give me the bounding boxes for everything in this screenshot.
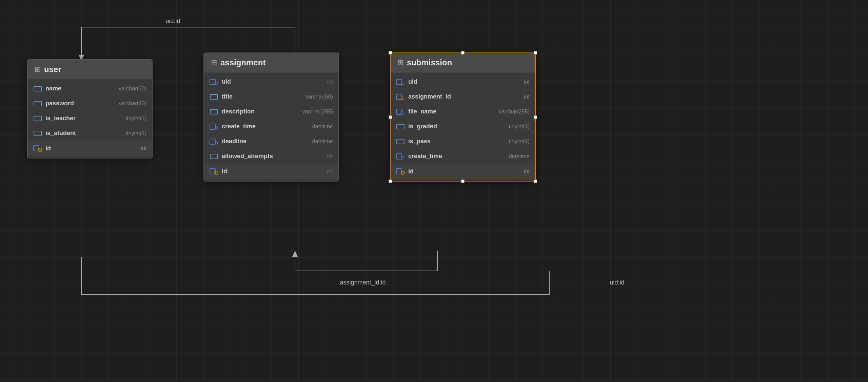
table-row-pk: id int <box>28 141 152 156</box>
selection-handle-bc[interactable] <box>461 179 465 183</box>
field-name-description: description <box>222 108 292 115</box>
field-icon-sub-createtime <box>396 153 405 160</box>
table-row: is_graded tinyint(1) <box>391 119 535 134</box>
field-type-description: varchar(255) <box>295 109 333 115</box>
table-assignment-icon: ⊞ <box>211 58 217 67</box>
svg-rect-19 <box>396 79 402 85</box>
field-type-isstudent: tinyint(1) <box>119 130 146 136</box>
field-type-sub-ispass: tinyint(1) <box>502 139 530 145</box>
field-name-sub-id: id <box>408 168 514 175</box>
svg-rect-27 <box>396 154 402 159</box>
field-name-name: name <box>45 85 108 92</box>
field-name-allowedattempts: allowed_attempts <box>222 153 317 160</box>
table-row: allowed_attempts int <box>204 149 338 164</box>
svg-rect-26 <box>397 139 404 144</box>
table-row: is_teacher tinyint(1) <box>28 111 152 126</box>
arrow-head-assignment <box>292 251 298 257</box>
svg-rect-1 <box>34 101 41 106</box>
field-name-password: password <box>45 100 108 107</box>
field-type-sub-filename: varchar(255) <box>492 109 530 115</box>
connector-uid-id-submission-user <box>81 257 549 295</box>
field-type-password: varchar(40) <box>112 101 146 107</box>
table-row: deadline datetime <box>204 134 338 149</box>
connector-label-uid-id-bottom: uid:id <box>610 279 624 286</box>
field-type-createtime: datetime <box>305 124 333 130</box>
svg-rect-11 <box>210 124 215 129</box>
field-icon-isstudent <box>33 130 42 137</box>
field-icon-uid <box>210 78 218 86</box>
field-type-allowedattempts: int <box>320 153 333 160</box>
field-type-sub-createtime: datetime <box>502 153 530 160</box>
svg-rect-23 <box>396 109 402 114</box>
selection-handle-bl[interactable] <box>389 179 392 183</box>
field-type-sub-id: int <box>517 168 530 174</box>
field-icon-sub-assignmentid <box>396 93 405 101</box>
table-submission-header: ⊞ submission <box>391 53 535 72</box>
table-submission-icon: ⊞ <box>397 58 403 67</box>
selection-handle-mr[interactable] <box>534 115 537 119</box>
table-row: is_student tinyint(1) <box>28 126 152 141</box>
connector-label-assignment-id: assignment_id:id <box>340 279 386 286</box>
table-user-name: user <box>44 65 61 74</box>
field-icon-assignment-id-pk <box>210 168 218 175</box>
field-type-uid: int <box>320 79 333 85</box>
field-icon-sub-uid <box>396 78 405 86</box>
field-type-sub-uid: int <box>517 79 530 85</box>
field-icon-sub-filename <box>396 108 405 115</box>
field-icon-createtime <box>210 123 218 130</box>
selection-handle-tc[interactable] <box>461 51 465 55</box>
field-type-sub-assignmentid: int <box>517 94 530 100</box>
table-user-header: ⊞ user <box>28 60 152 79</box>
field-icon-password <box>33 100 42 107</box>
selection-handle-tl[interactable] <box>389 51 392 55</box>
svg-rect-15 <box>210 154 218 159</box>
selection-handle-tr[interactable] <box>534 51 537 55</box>
field-type-isteacher: tinyint(1) <box>119 115 146 122</box>
field-name-deadline: deadline <box>222 138 302 145</box>
svg-rect-2 <box>34 116 41 121</box>
field-type-title: varchar(60) <box>298 94 333 100</box>
table-row: uid int <box>391 75 535 89</box>
svg-rect-3 <box>34 131 41 136</box>
field-name-isstudent: is_student <box>45 130 116 137</box>
table-row-pk: id int <box>391 164 535 179</box>
field-name-sub-filename: file_name <box>408 108 489 115</box>
table-row-pk: id int <box>204 164 338 179</box>
table-row: name varchar(30) <box>28 81 152 96</box>
field-icon-id-pk <box>33 145 42 152</box>
diagram-canvas: uid:id assignment_id:id uid:id ⊞ user na… <box>0 0 868 382</box>
field-name-sub-isgraded: is_graded <box>408 123 499 130</box>
field-name-title: title <box>222 93 295 100</box>
table-row: file_name varchar(255) <box>391 104 535 119</box>
table-submission-body: uid int assignment_id int <box>391 72 535 181</box>
field-icon-isteacher <box>33 115 42 122</box>
table-row: is_pass tinyint(1) <box>391 134 535 149</box>
selection-handle-br[interactable] <box>534 179 537 183</box>
table-row: create_time datetime <box>391 149 535 164</box>
field-icon-sub-id-pk <box>396 168 405 175</box>
field-type-user-id: int <box>134 145 146 151</box>
table-assignment[interactable]: ⊞ assignment uid int title varchar <box>203 52 339 182</box>
field-icon-deadline <box>210 138 218 145</box>
svg-rect-0 <box>34 86 41 91</box>
table-submission[interactable]: ⊞ submission uid int <box>390 52 536 182</box>
table-row: uid int <box>204 75 338 89</box>
field-icon-title <box>210 93 218 101</box>
field-type-assignment-id: int <box>320 168 333 174</box>
table-row: title varchar(60) <box>204 89 338 104</box>
table-assignment-header: ⊞ assignment <box>204 53 338 72</box>
table-user[interactable]: ⊞ user name varchar(30) password varchar… <box>27 59 153 158</box>
svg-rect-10 <box>210 109 218 114</box>
field-name-sub-ispass: is_pass <box>408 138 499 145</box>
table-row: password varchar(40) <box>28 96 152 111</box>
table-row: assignment_id int <box>391 89 535 104</box>
table-row: create_time datetime <box>204 119 338 134</box>
field-icon-description <box>210 108 218 115</box>
connector-label-uid-id-top: uid:id <box>165 18 180 24</box>
field-name-sub-uid: uid <box>408 78 514 85</box>
field-type-sub-isgraded: tinyint(1) <box>502 124 530 130</box>
selection-handle-ml[interactable] <box>389 115 392 119</box>
svg-rect-21 <box>396 94 402 100</box>
svg-rect-7 <box>210 79 215 85</box>
svg-rect-13 <box>210 139 215 144</box>
